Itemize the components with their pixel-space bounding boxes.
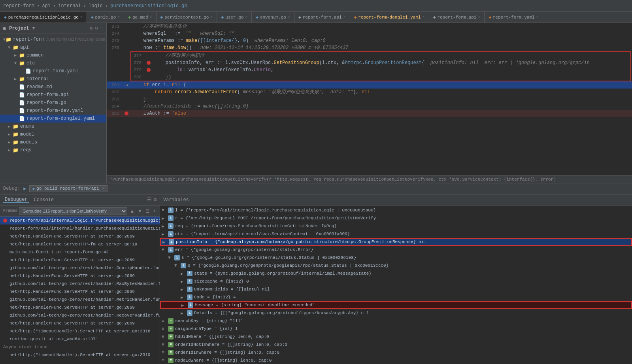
sidebar-icon-gear[interactable]: ⚙ [90, 25, 92, 31]
code-editor[interactable]: 273 //基础查询条件集合 274 whereSql := "" whereS… [107, 23, 632, 175]
frame-up-button[interactable]: ▲ [129, 208, 135, 214]
code-line-284: 284 //userPositionIds := make([]string,0… [107, 103, 632, 110]
close-tab-icon[interactable]: × [80, 15, 83, 19]
breadcrumb-internal[interactable]: internal [58, 3, 81, 9]
tree-item-internal[interactable]: ▶ 📁 internal [0, 75, 106, 83]
frame-item-2[interactable]: report-form/api/internal/handler.purchas… [0, 224, 160, 232]
tab-reportformdonglei[interactable]: ◆ report-form-donglei.yaml × [350, 12, 429, 23]
frame-item-9[interactable]: github.com/tal-tech/go-zero/rest/handler… [0, 280, 160, 288]
breakpoint-279[interactable] [147, 68, 151, 72]
sidebar-icon-layout[interactable]: ⊟ [95, 25, 98, 31]
panel-list-icon[interactable]: ☰ [147, 197, 151, 203]
var-item-ctx[interactable]: ▶ i ctx = {*report-form/api/internal/svc… [160, 230, 632, 238]
breadcrumb-file[interactable]: purchaserequisitionlogic.go [110, 3, 187, 9]
tree-item-api[interactable]: ▼ 📁 api [0, 43, 106, 51]
tab-purchaserequisitionlogic[interactable]: ◆ purchaserequisitionlogic.go × [0, 12, 87, 23]
var-item-orderidnotinwhere[interactable]: ≡ = orderIdNotInWhere = {[]string} len:0… [160, 341, 632, 349]
panel-layout-icon[interactable]: ⊞ [154, 197, 157, 203]
var-item-searchkey[interactable]: ≡ = searchKey = {string} "111" [160, 317, 632, 325]
close-tab-icon[interactable]: × [210, 15, 213, 19]
frame-down-button[interactable]: ▼ [137, 208, 143, 214]
breakpoint-285[interactable] [125, 111, 128, 115]
var-item-nodeidwhere[interactable]: ≡ = nodeIdWhere = {[]string} len:0, cap:… [160, 356, 632, 364]
tree-arrow: ▶ [8, 148, 13, 153]
close-tab-icon[interactable]: × [117, 15, 120, 19]
var-item-unknownfields[interactable]: ▶ i unknownFields = {[]uint8} nil [160, 285, 632, 293]
frame-add-button[interactable]: + [152, 208, 157, 214]
frame-item-6[interactable]: net/http.HandlerFunc.ServeHTTP at server… [0, 256, 160, 264]
frame-item-7[interactable]: github.com/tal-tech/go-zero/rest/handler… [0, 264, 160, 272]
close-tab-icon[interactable]: × [423, 15, 425, 19]
tree-item-reportformapi[interactable]: 📄 report-form.api [0, 91, 106, 99]
var-item-r[interactable]: ▶ i r = {*net/http.Request} POST /report… [160, 214, 632, 222]
tree-item-etc[interactable]: ▼ 📁 etc [0, 59, 106, 67]
frame-item-10[interactable]: net/http.HandlerFunc.ServeHTTP at server… [0, 288, 160, 296]
var-item-s2[interactable]: ▼ i s = {*google.golang.org/genproto/goo… [160, 262, 632, 270]
close-tab-icon[interactable]: × [536, 15, 539, 19]
tab-user[interactable]: ◆ user.go × [217, 12, 252, 23]
frame-item-async-1[interactable]: net/http.(*timeoutHandler).ServeHTTP at … [0, 351, 160, 359]
tree-item-readmemd[interactable]: 📄 readme.md [0, 83, 106, 91]
sidebar-icon-minimize[interactable]: — [100, 25, 103, 31]
goroutine-select[interactable]: Goroutine 116 report...sitionGetListNoVe… [19, 207, 127, 215]
tree-item-reqs[interactable]: ▶ 📁 reqs [0, 146, 106, 154]
tab-reportformapi2[interactable]: ◆ report-form.api × [429, 12, 485, 23]
frame-item-4[interactable]: net/http.HandlerFunc.ServeHTTP-fm at ser… [0, 240, 160, 248]
var-icon-i: i [187, 271, 192, 276]
breadcrumb-api[interactable]: api [42, 3, 51, 9]
tab-debugger[interactable]: Debugger [3, 197, 29, 203]
tree-item-reportformyaml[interactable]: 📄 report-form.yaml [0, 67, 106, 75]
tab-envenum[interactable]: ◆ envenum.go × [252, 12, 294, 23]
frame-item-14[interactable]: net/http.HandlerFunc.ServeHTTP at server… [0, 319, 160, 327]
var-item-state[interactable]: ▶ i state = {sync.google.golang.org/prot… [160, 270, 632, 277]
close-tab-icon[interactable]: × [245, 15, 247, 19]
var-item-details[interactable]: ▶ i Details = {[]*google.golang.org/prot… [160, 309, 632, 317]
debug-build-button[interactable]: ◆ go build report-form/api × [29, 185, 108, 192]
tab-console[interactable]: Console [32, 197, 55, 203]
tab-gomod[interactable]: ◆ go.mod × [124, 12, 156, 23]
var-item-message[interactable]: ▶ i Message = {string} "context deadline… [160, 301, 632, 309]
frame-item-13[interactable]: github.com/tal-tech/go-zero/rest/handler… [0, 311, 160, 319]
breadcrumb-reportform[interactable]: report-form [3, 3, 34, 9]
breakpoint-278[interactable] [147, 61, 151, 65]
frame-item-12[interactable]: net/http.HandlerFunc.ServeHTTP at server… [0, 304, 160, 311]
var-item-caigouauthtype[interactable]: ≡ = caigouAuthType = {int} 1 [160, 325, 632, 333]
tab-servicecontext[interactable]: ◆ servicecontext.go × [157, 12, 217, 23]
tab-reportformapi[interactable]: ◆ report-form.api × [294, 12, 350, 23]
var-item-sizecache[interactable]: ▶ i sizeCache = {int32} 0 [160, 277, 632, 285]
close-tab-icon[interactable]: × [288, 15, 290, 19]
var-item-positioninfo[interactable]: ▶ i positionInfo = {*codeup.aliyun.com/h… [160, 238, 632, 246]
close-tab-icon[interactable]: × [150, 15, 152, 19]
var-item-req[interactable]: ▶ i req = {report-form/reqs.PurchaseRequ… [160, 222, 632, 230]
close-tab-icon[interactable]: × [478, 15, 480, 19]
tree-item-models[interactable]: ▶ 📁 models [0, 138, 106, 146]
tab-reportformyaml[interactable]: ◆ report-form.yaml × [485, 12, 543, 23]
project-sidebar: ⊞ Project ▼ ⚙ ⊟ — ▼ 📁 report-form /Users… [0, 23, 107, 183]
frame-item-1[interactable]: report-form/api/internal/logic.(*Purchas… [0, 217, 160, 224]
var-item-err[interactable]: ▼ i err = {*google.golang.org/grpc/inter… [160, 246, 632, 254]
tree-item-model[interactable]: ▶ 📁 model [0, 130, 106, 138]
tree-item-reportform[interactable]: ▼ 📁 report-form /Users/myself/Golang/com… [0, 36, 106, 43]
close-icon[interactable]: × [102, 186, 105, 191]
close-tab-icon[interactable]: × [343, 15, 346, 19]
tree-item-enums[interactable]: ▶ 📁 enums [0, 123, 106, 130]
frame-item-15[interactable]: net/http.(*timeoutHandler).ServeHTTP at … [0, 327, 160, 335]
tree-item-reportformgo[interactable]: 📄 report-form.go [0, 99, 106, 107]
frame-item-5[interactable]: main.main.func1.1 at report-form.go:43 [0, 248, 160, 256]
frame-list-button[interactable]: ☰ [145, 208, 151, 214]
frame-item-11[interactable]: github.com/tal-tech/go-zero/rest/handler… [0, 296, 160, 304]
frame-item-16[interactable]: runtime.goexit at asm_amd64.s:1371 [0, 335, 160, 343]
tree-item-common[interactable]: ▶ 📁 common [0, 51, 106, 59]
var-item-l[interactable]: ▼ i l = {*report-form/api/internal/logic… [160, 206, 632, 214]
var-item-code[interactable]: ▶ i Code = {int32} 4 [160, 293, 632, 301]
tree-item-reportformdonglei[interactable]: 📄 report-form-donglei.yaml [0, 115, 106, 123]
frame-item-3[interactable]: net/http.HandlerFunc.ServeHTTP at server… [0, 232, 160, 240]
breadcrumb-logic[interactable]: logic [89, 3, 103, 9]
var-item-orderidinwhere[interactable]: ≡ = orderIdInWhere = {[]string} len:0, c… [160, 349, 632, 356]
tab-panic[interactable]: ◆ panic.go × [87, 12, 124, 23]
debug-run-icon[interactable]: ▶ [23, 186, 26, 192]
tree-item-reportformdevyaml[interactable]: 📄 report-form-dev.yaml [0, 107, 106, 115]
frame-item-8[interactable]: net/http.HandlerFunc.ServeHTTP at server… [0, 272, 160, 280]
var-item-hduidwhere[interactable]: ≡ = hdUidWhere = {[]string} len:0, cap:0 [160, 333, 632, 341]
var-item-s1[interactable]: ▼ i s = {*google.golang.org/grpc/interna… [160, 254, 632, 262]
